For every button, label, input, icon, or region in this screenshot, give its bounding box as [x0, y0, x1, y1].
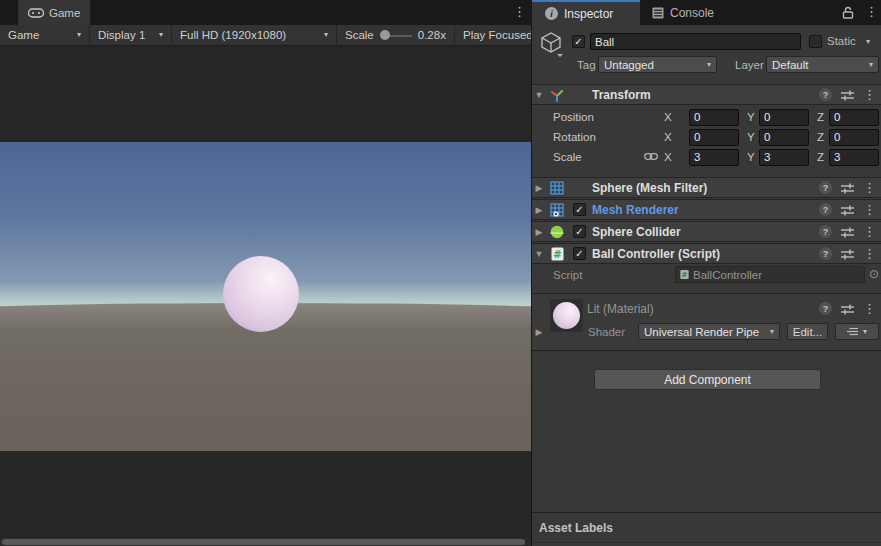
help-icon[interactable]: ? [819, 225, 832, 238]
transform-header[interactable]: ▼ Transform ? [532, 84, 881, 105]
game-mode-dropdown[interactable]: Game ▾ [0, 25, 90, 46]
mesh-renderer-checkbox[interactable]: ✓ [573, 203, 586, 216]
presets-icon[interactable] [841, 303, 854, 315]
mesh-renderer-header[interactable]: ▶ ✓ Mesh Renderer ? [532, 199, 881, 220]
scale-x-field[interactable] [689, 149, 739, 166]
help-icon[interactable]: ? [819, 302, 832, 315]
axis-x-label: X [664, 111, 672, 123]
lock-icon[interactable] [842, 6, 854, 19]
scale-y-field[interactable] [759, 149, 809, 166]
help-icon[interactable]: ? [819, 88, 832, 101]
inspector-kebab-icon[interactable]: ⋮ [865, 5, 878, 18]
asset-labels-section[interactable]: Asset Labels [532, 512, 881, 543]
horizontal-scrollbar[interactable] [0, 538, 531, 546]
script-object-field[interactable]: # BallController [675, 266, 865, 283]
kebab-icon[interactable]: ⋮ [863, 247, 876, 260]
game-mode-label: Game [8, 29, 39, 41]
resolution-dropdown[interactable]: Full HD (1920x1080) ▾ [172, 25, 337, 46]
sphere-collider-title: Sphere Collider [592, 225, 681, 239]
transform-icon [546, 88, 568, 102]
tab-inspector[interactable]: i Inspector [532, 0, 640, 25]
shader-edit-button[interactable]: Edit... [787, 323, 828, 340]
scale-slider[interactable] [380, 30, 412, 40]
scale-label: Scale [553, 151, 582, 163]
sphere-collider-icon [546, 225, 568, 239]
ball-controller-header[interactable]: ▼ # ✓ Ball Controller (Script) ? [532, 243, 881, 264]
display-label: Display 1 [98, 29, 145, 41]
scale-z-field[interactable] [829, 149, 879, 166]
kebab-icon[interactable]: ⋮ [863, 225, 876, 238]
help-icon[interactable]: ? [819, 247, 832, 260]
tag-value: Untagged [604, 59, 654, 71]
shader-menu-button[interactable]: ▾ [835, 323, 879, 340]
foldout-closed-icon[interactable]: ▶ [532, 205, 546, 215]
mesh-filter-header[interactable]: ▶ Sphere (Mesh Filter) ? ⋮ [532, 177, 881, 198]
material-preview[interactable] [550, 299, 583, 332]
scale-value: 0.28x [418, 29, 446, 41]
position-label: Position [553, 111, 594, 123]
tag-dropdown[interactable]: Untagged ▾ [598, 56, 717, 73]
scrollbar-thumb[interactable] [2, 539, 525, 545]
static-dropdown-arrow[interactable]: ▾ [866, 38, 870, 46]
resolution-label: Full HD (1920x1080) [180, 29, 286, 41]
foldout-open-icon[interactable]: ▼ [532, 249, 546, 259]
kebab-icon[interactable]: ⋮ [863, 302, 876, 315]
play-focused-dropdown[interactable]: Play Focused [455, 25, 531, 46]
ball-controller-checkbox[interactable]: ✓ [573, 247, 586, 260]
game-menu-kebab-icon[interactable]: ⋮ [513, 5, 526, 18]
tab-game[interactable]: Game [18, 0, 90, 25]
check-icon: ✓ [575, 227, 583, 237]
foldout-closed-icon[interactable]: ▶ [532, 227, 546, 237]
info-icon: i [545, 7, 558, 20]
kebab-icon[interactable]: ⋮ [863, 88, 876, 101]
shader-label: Shader [588, 326, 625, 338]
rotation-y-field[interactable] [759, 129, 809, 146]
shader-dropdown[interactable]: Universal Render Pipe ▾ [638, 323, 780, 340]
layer-dropdown[interactable]: Default ▾ [766, 56, 879, 73]
position-y-field[interactable] [759, 109, 809, 126]
static-checkbox[interactable] [809, 35, 822, 48]
position-x-field[interactable] [689, 109, 739, 126]
tab-console[interactable]: Console [640, 0, 740, 25]
name-input[interactable] [590, 33, 801, 50]
presets-icon[interactable] [841, 204, 854, 216]
link-icon[interactable] [644, 151, 658, 162]
kebab-icon[interactable]: ⋮ [863, 203, 876, 216]
check-icon: ✓ [575, 249, 583, 259]
object-picker-icon[interactable]: ⊙ [869, 267, 879, 281]
help-icon[interactable]: ? [819, 203, 832, 216]
rotation-z-field[interactable] [829, 129, 879, 146]
axis-y-label: Y [747, 111, 755, 123]
presets-icon[interactable] [841, 226, 854, 238]
shader-value: Universal Render Pipe [644, 326, 759, 338]
presets-icon[interactable] [841, 248, 854, 260]
foldout-closed-icon[interactable]: ▶ [532, 183, 546, 193]
tag-label: Tag [577, 59, 596, 71]
sphere-collider-header[interactable]: ▶ ✓ Sphere Collider ? ⋮ [532, 221, 881, 242]
edit-button-label: Edit... [793, 326, 822, 338]
rotation-x-field[interactable] [689, 129, 739, 146]
ball-controller-title: Ball Controller (Script) [592, 247, 720, 261]
help-icon[interactable]: ? [819, 181, 832, 194]
add-component-button[interactable]: Add Component [594, 369, 821, 390]
position-z-field[interactable] [829, 109, 879, 126]
foldout-open-icon[interactable]: ▼ [532, 90, 546, 100]
inspector-tabstrip: i Inspector Console [532, 0, 881, 25]
game-tab-label: Game [49, 7, 80, 19]
display-dropdown[interactable]: Display 1 ▾ [90, 25, 172, 46]
active-checkbox[interactable]: ✓ [572, 35, 585, 48]
chevron-down-icon: ▾ [770, 328, 774, 336]
svg-text:#: # [553, 248, 561, 259]
scale-row: Scale X Y Z [532, 148, 881, 166]
mesh-renderer-title: Mesh Renderer [592, 203, 679, 217]
material-section: Lit (Material) ? ⋮ ▶ Shader Universal Re… [532, 293, 881, 351]
asset-labels-title: Asset Labels [539, 521, 613, 535]
material-foldout-icon[interactable]: ▶ [532, 327, 546, 337]
presets-icon[interactable] [841, 182, 854, 194]
sphere-collider-checkbox[interactable]: ✓ [573, 225, 586, 238]
kebab-icon[interactable]: ⋮ [863, 181, 876, 194]
gameobject-cube-icon[interactable] [539, 31, 563, 57]
game-viewport[interactable] [0, 142, 531, 451]
presets-icon[interactable] [841, 89, 854, 101]
unity-editor-window: Game ⋮ Game ▾ Display 1 ▾ Full HD (1920x… [0, 0, 881, 546]
